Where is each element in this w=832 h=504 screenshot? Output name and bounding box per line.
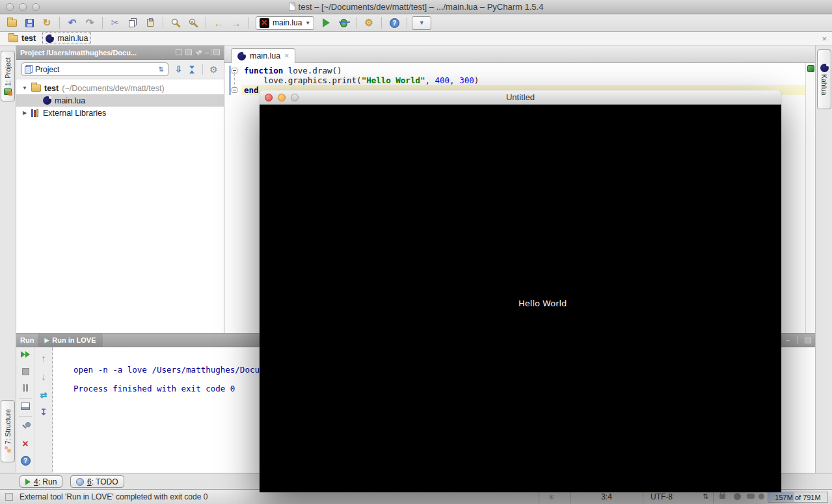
breadcrumb-main-lua[interactable]: main.lua [42,33,91,44]
lock-icon[interactable] [719,494,725,499]
zoom-window-button[interactable] [291,94,299,101]
open-button[interactable] [4,16,20,30]
toolbar-separator [19,416,32,417]
memory-indicator[interactable]: 157M of 791M [768,492,828,503]
minimize-icon[interactable]: – [205,49,209,57]
back-button[interactable]: ← [211,16,226,30]
inspection-status-icon[interactable] [807,65,814,72]
sidebar-tab-project[interactable]: 1: Project [1,51,15,101]
run-configuration-label: main.lua [273,18,302,27]
copy-button[interactable] [125,16,141,30]
dock-mode-icon[interactable] [185,49,192,55]
restore-layout-button[interactable] [16,403,34,410]
caret-position[interactable]: 3:4 [572,492,641,501]
run-configuration-select[interactable]: main.lua ▼ [256,16,314,30]
main-toolbar: ↻ ↶ ↷ ✂ A ← → main.lua ▼ ⚙ ? ▼ [0,14,832,32]
pause-button[interactable] [16,384,34,391]
editor-tab-bar: main.lua × [224,46,815,63]
more-actions-button[interactable]: ▼ [412,16,431,30]
console-help-button[interactable]: ? [16,456,34,466]
file-encoding[interactable]: UTF-8 [651,492,673,501]
tree-row-main-lua[interactable]: ▶ main.lua [16,94,224,107]
replace-button[interactable]: A [185,16,201,30]
love-game-window[interactable]: Untitled Hello World [260,90,781,492]
soft-wrap-button[interactable]: ⇄ [34,390,53,400]
fold-marker-icon[interactable] [232,87,237,93]
code-line-3[interactable]: end [244,85,259,95]
tree-row-test[interactable]: ▼ test (~/Documents/dev/matt/test) [16,82,224,94]
todo-icon [76,478,84,486]
hide-tool-window-icon[interactable] [213,49,220,55]
settings-icon: ⚙ [365,17,373,29]
breadcrumb-test[interactable]: test [8,34,36,43]
play-icon: ▶ [44,337,49,343]
redo-button[interactable]: ↷ [82,16,98,30]
rerun-button[interactable] [16,351,34,358]
project-view-icon [25,66,31,74]
prev-occurrence-button[interactable]: ↑ [34,352,53,364]
toolwindow-button-todo[interactable]: 6: TODO [70,475,124,488]
sidebar-tab-kahlua[interactable]: Kahlua [817,49,831,109]
pin-icon[interactable] [195,49,202,56]
tree-expanded-icon[interactable]: ▼ [21,85,28,91]
find-button[interactable] [168,16,183,30]
editor-tab-main-lua[interactable]: main.lua × [231,48,295,63]
paste-button[interactable] [142,16,158,30]
minimize-icon[interactable]: – [786,336,790,344]
project-tool-window-header[interactable]: Project /Users/matthughes/Docu... – [16,46,224,60]
save-button[interactable] [21,16,37,30]
run-button[interactable] [318,16,334,30]
float-mode-icon[interactable] [176,49,182,55]
project-view-select[interactable]: Project ⇅ [21,62,168,76]
synchronize-button[interactable]: ↻ [39,16,55,30]
dock-down-icon[interactable] [805,338,811,343]
pause-icon [23,384,25,391]
close-tab-icon[interactable]: × [284,51,289,60]
scroll-to-end-button[interactable]: ↧ [34,407,53,417]
love-config-icon [260,18,269,28]
love-window-titlebar[interactable]: Untitled [260,90,781,105]
next-occurrence-button[interactable]: ↓ [34,371,53,382]
status-message: External tool 'Run in LOVE' completed wi… [20,492,208,501]
sidebar-tab-structure[interactable]: 7: Structure [1,400,15,462]
code-line-2[interactable]: love.graphics.print("Hello World", 400, … [244,75,479,85]
kahlua-tab-icon [820,64,829,72]
tree-row-external-libraries[interactable]: ▶ External Libraries [16,107,224,119]
forward-icon: → [232,18,241,29]
pin-tab-button[interactable] [16,422,34,429]
close-window-button[interactable] [6,3,14,11]
project-header-title: Project /Users/matthughes/Docu... [20,49,176,57]
cut-button[interactable]: ✂ [107,16,123,30]
minimize-window-button[interactable] [278,94,286,101]
close-icon[interactable]: × [822,34,827,44]
settings-button[interactable]: ⚙ [361,16,377,30]
play-icon [25,479,31,485]
down-arrow-icon: ↓ [41,371,46,382]
notifications-icon[interactable] [747,494,755,499]
inspector-profile-icon[interactable] [734,493,741,500]
pin-icon [22,422,29,429]
forward-button[interactable]: → [228,16,244,30]
code-line-1[interactable]: function love.draw() [244,66,342,75]
debug-button[interactable] [336,16,351,30]
paste-icon [147,19,154,27]
close-console-button[interactable]: ✕ [16,439,34,449]
toolwindow-button-run[interactable]: 4: Run [20,475,62,488]
stop-button[interactable] [16,368,34,375]
toolbar-separator [206,17,206,29]
hello-world-text: Hello World [518,298,567,308]
gear-icon[interactable]: ⚙ [209,64,218,75]
encoding-stepper-icon[interactable]: ⇅ [703,492,708,501]
toolbar-separator [381,17,382,29]
help-button[interactable]: ? [386,16,402,30]
minimize-window-button[interactable] [19,3,27,11]
collapse-all-button[interactable] [189,66,196,73]
autoscroll-to-source-button[interactable]: ⇩ [175,64,182,74]
zoom-window-button[interactable] [32,3,40,11]
undo-button[interactable]: ↶ [64,16,80,30]
close-window-button[interactable] [265,94,273,101]
editor-scrollbar[interactable] [805,63,815,333]
background-task-icon[interactable] [5,493,13,501]
run-tab[interactable]: ▶ Run in LOVE [38,334,102,347]
tree-collapsed-icon[interactable]: ▶ [21,110,28,116]
